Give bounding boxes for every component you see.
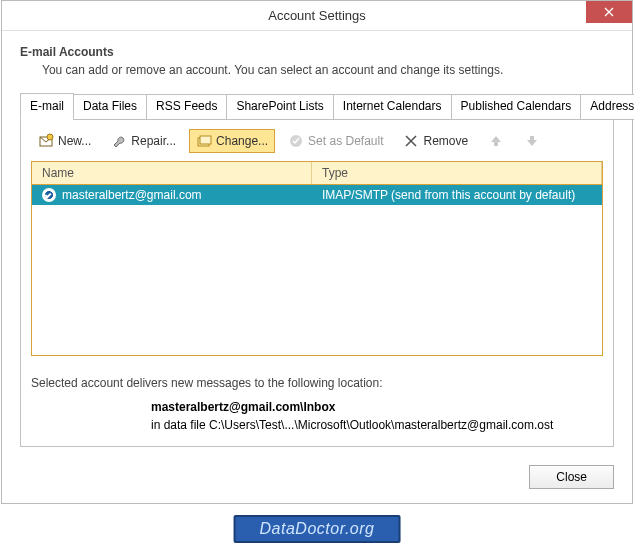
close-button[interactable]: Close <box>529 465 614 489</box>
tab-internet-calendars[interactable]: Internet Calendars <box>333 94 452 120</box>
tab-panel-email: New... Repair... Change... Set as Defaul… <box>21 118 613 446</box>
arrow-down-icon <box>524 133 540 149</box>
account-type: IMAP/SMTP (send from this account by def… <box>312 185 602 205</box>
account-name: masteralbertz@gmail.com <box>62 188 202 202</box>
list-row[interactable]: masteralbertz@gmail.com IMAP/SMTP (send … <box>32 185 602 205</box>
tab-address-books[interactable]: Address Books <box>580 94 634 120</box>
column-header-type[interactable]: Type <box>312 162 602 184</box>
repair-button[interactable]: Repair... <box>104 129 183 153</box>
change-button[interactable]: Change... <box>189 129 275 153</box>
dialog-footer: Close <box>2 457 632 503</box>
tab-panel-wrap: New... Repair... Change... Set as Defaul… <box>20 118 614 447</box>
remove-label: Remove <box>423 134 468 148</box>
remove-button[interactable]: Remove <box>396 129 475 153</box>
repair-label: Repair... <box>131 134 176 148</box>
tab-email[interactable]: E-mail <box>20 93 74 119</box>
watermark: DataDoctor.org <box>234 515 401 543</box>
window-close-button[interactable] <box>586 1 632 23</box>
set-default-label: Set as Default <box>308 134 383 148</box>
default-account-icon <box>42 188 56 202</box>
account-settings-dialog: Account Settings E-mail Accounts You can… <box>1 0 633 504</box>
accounts-list: Name Type masteralbertz@gmail.com IMAP/S… <box>31 161 603 356</box>
svg-rect-3 <box>200 136 211 144</box>
change-icon <box>196 133 212 149</box>
delivery-note: Selected account delivers new messages t… <box>31 376 603 390</box>
set-default-button: Set as Default <box>281 129 390 153</box>
section-heading: E-mail Accounts <box>20 45 614 59</box>
list-header: Name Type <box>32 162 602 185</box>
remove-icon <box>403 133 419 149</box>
tab-published-calendars[interactable]: Published Calendars <box>451 94 582 120</box>
delivery-path: in data file C:\Users\Test\...\Microsoft… <box>151 418 603 432</box>
column-header-name[interactable]: Name <box>32 162 312 184</box>
tabs-container: E-mail Data Files RSS Feeds SharePoint L… <box>20 93 614 447</box>
move-down-button <box>517 129 547 153</box>
new-button[interactable]: New... <box>31 129 98 153</box>
change-label: Change... <box>216 134 268 148</box>
move-up-button <box>481 129 511 153</box>
tab-data-files[interactable]: Data Files <box>73 94 147 120</box>
delivery-location: masteralbertz@gmail.com\Inbox <box>151 400 603 414</box>
arrow-up-icon <box>488 133 504 149</box>
dialog-title: Account Settings <box>268 8 366 23</box>
repair-icon <box>111 133 127 149</box>
titlebar: Account Settings <box>2 1 632 31</box>
new-label: New... <box>58 134 91 148</box>
tab-strip: E-mail Data Files RSS Feeds SharePoint L… <box>20 93 614 119</box>
check-circle-icon <box>288 133 304 149</box>
close-icon <box>604 7 614 17</box>
tab-sharepoint-lists[interactable]: SharePoint Lists <box>226 94 333 120</box>
toolbar: New... Repair... Change... Set as Defaul… <box>31 127 603 161</box>
tab-rss-feeds[interactable]: RSS Feeds <box>146 94 227 120</box>
section-subheading: You can add or remove an account. You ca… <box>42 63 614 77</box>
new-icon <box>38 133 54 149</box>
dialog-content: E-mail Accounts You can add or remove an… <box>2 31 632 457</box>
svg-point-1 <box>47 134 53 140</box>
